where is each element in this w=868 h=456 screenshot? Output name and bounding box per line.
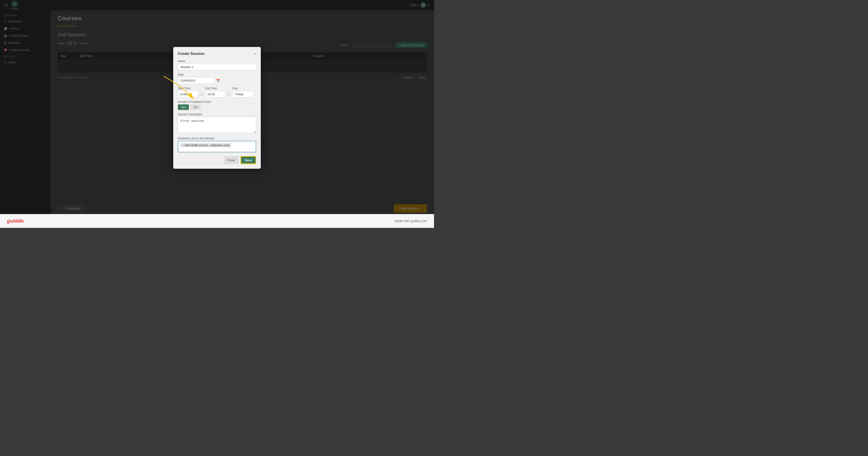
start-time-input[interactable] [178, 91, 198, 97]
day-group: Day [232, 87, 256, 97]
presenter-label: Presenter List for this Session [178, 137, 256, 140]
feedback-group: Include in Feedback Forms Yes No [178, 100, 256, 110]
day-label: Day [232, 87, 256, 90]
description-group: Session Description First session [178, 113, 256, 134]
date-field-group: Date 📅 [178, 73, 256, 84]
presenter-group: Presenter List for this Session × John S… [178, 137, 256, 152]
modal-close-button[interactable]: × [254, 52, 256, 56]
feedback-no-button[interactable]: No [191, 105, 200, 110]
presenter-tag-remove[interactable]: × [182, 144, 183, 147]
feedback-label: Include in Feedback Forms [178, 100, 256, 104]
time-day-row: Start Time 🕐 End Time 🕐 Day [178, 87, 256, 97]
date-input[interactable] [178, 77, 215, 84]
create-session-modal: Create Session × Name Date 📅 Start Time … [173, 47, 261, 169]
start-time-label: Start Time [178, 87, 203, 90]
description-label: Session Description [178, 113, 256, 116]
end-time-input[interactable] [205, 91, 226, 97]
feedback-yes-button[interactable]: Yes [178, 105, 189, 110]
footer-logo: guidde. [7, 218, 25, 224]
presenter-input-area[interactable]: × John Smith (cosmo...ct@yahoo.com) [178, 141, 256, 152]
clock-icon-start: 🕐 [199, 92, 203, 96]
clock-icon-end: 🕐 [227, 92, 230, 96]
footer: guidde. Made with guidde.com [0, 214, 434, 228]
modal-save-button[interactable]: Save [241, 156, 256, 164]
presenter-tag-name: John Smith (cosmo...ct@yahoo.com) [184, 144, 230, 147]
modal-title: Create Session [178, 52, 205, 56]
name-field-group: Name [178, 59, 256, 70]
date-input-wrapper: 📅 [178, 77, 256, 84]
calendar-icon: 📅 [216, 79, 220, 82]
presenter-tag: × John Smith (cosmo...ct@yahoo.com) [181, 143, 231, 147]
modal-header: Create Session × [178, 52, 256, 56]
feedback-toggle: Yes No [178, 105, 256, 110]
end-time-label: End Time [205, 87, 230, 90]
footer-tagline: Made with guidde.com [395, 219, 427, 223]
date-label: Date [178, 73, 256, 76]
modal-close-btn[interactable]: Close [223, 156, 239, 164]
name-label: Name [178, 59, 256, 63]
end-time-group: End Time 🕐 [205, 87, 230, 97]
name-input[interactable] [178, 64, 256, 70]
start-time-group: Start Time 🕐 [178, 87, 203, 97]
day-input[interactable] [232, 91, 253, 97]
modal-footer: Close Save [178, 156, 256, 164]
description-textarea[interactable]: First session [178, 117, 256, 133]
